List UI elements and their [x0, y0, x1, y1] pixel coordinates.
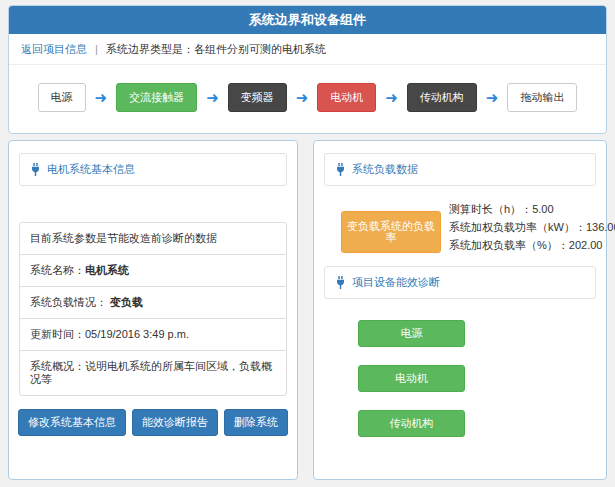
system-note: 目前系统参数是节能改造前诊断的数据 [30, 232, 217, 244]
list-item: 目前系统参数是节能改造前诊断的数据 [20, 223, 286, 254]
basic-info-actions: 修改系统基本信息 能效诊断报告 删除系统 [9, 409, 297, 436]
update-time-label: 更新时间： [30, 328, 85, 340]
arrow-right-icon: ➜ [95, 90, 108, 105]
delete-system-button[interactable]: 删除系统 [224, 409, 288, 436]
flow-step-ac-contactor[interactable]: 交流接触器 [116, 83, 197, 112]
flow-step-inverter[interactable]: 变频器 [228, 83, 287, 112]
stat-duration-value: 5.00 [532, 203, 553, 215]
system-overview-label: 系统概况： [30, 360, 85, 372]
diagnosis-buttons: 电源 电动机 传动机构 [358, 320, 579, 437]
list-item: 系统概况：说明电机系统的所属车间区域，负载概况等 [20, 350, 286, 395]
basic-info-panel: 电机系统基本信息 目前系统参数是节能改造前诊断的数据 系统名称：电机系统 系统负… [8, 140, 298, 480]
system-name-label: 系统名称： [30, 264, 85, 276]
separator: | [95, 43, 98, 55]
system-name-value: 电机系统 [85, 264, 129, 276]
list-item: 更新时间：05/19/2016 3:49 p.m. [20, 318, 286, 350]
load-rate-section: 变负载系统的负载率 测算时长（h）：5.00 系统加权负载功率（kW）：136.… [341, 200, 594, 254]
page-title: 系统边界和设备组件 [9, 6, 606, 34]
flow-step-power-source[interactable]: 电源 [38, 83, 86, 112]
diagnose-motor-button[interactable]: 电动机 [358, 365, 465, 392]
stat-weighted-rate-value: 202.00 [569, 239, 603, 251]
load-stats: 测算时长（h）：5.00 系统加权负载功率（kW）：136.00 系统加权负载率… [449, 200, 615, 254]
load-condition-label: 系统负载情况： [30, 296, 110, 308]
stat-duration: 测算时长（h）：5.00 [449, 200, 615, 218]
plug-icon [30, 163, 41, 176]
basic-info-list: 目前系统参数是节能改造前诊断的数据 系统名称：电机系统 系统负载情况： 变负载 … [19, 222, 287, 396]
load-data-title: 系统负载数据 [352, 162, 418, 177]
flow-step-motor[interactable]: 电动机 [317, 83, 376, 112]
basic-info-title: 电机系统基本信息 [47, 162, 135, 177]
load-condition-value: 变负载 [110, 296, 143, 308]
plug-icon [335, 163, 346, 176]
stat-weighted-power-label: 系统加权负载功率（kW）： [449, 221, 586, 233]
basic-info-header: 电机系统基本信息 [19, 153, 287, 186]
stat-weighted-power: 系统加权负载功率（kW）：136.00 [449, 218, 615, 236]
breadcrumb-row: 返回项目信息 | 系统边界类型是：各组件分别可测的电机系统 [9, 34, 606, 65]
flow-step-transmission[interactable]: 传动机构 [407, 83, 477, 112]
stat-weighted-rate-label: 系统加权负载率（%）： [449, 239, 569, 251]
system-flow-diagram: 电源 ➜ 交流接触器 ➜ 变频器 ➜ 电动机 ➜ 传动机构 ➜ 拖动输出 [9, 65, 606, 133]
variable-load-rate-button[interactable]: 变负载系统的负载率 [341, 211, 441, 253]
arrow-right-icon: ➜ [296, 90, 309, 105]
load-data-panel: 系统负载数据 变负载系统的负载率 测算时长（h）：5.00 系统加权负载功率（k… [313, 140, 607, 480]
list-item: 系统负载情况： 变负载 [20, 286, 286, 318]
load-data-header: 系统负载数据 [324, 153, 596, 186]
edit-basic-info-button[interactable]: 修改系统基本信息 [18, 409, 126, 436]
header-card: 系统边界和设备组件 返回项目信息 | 系统边界类型是：各组件分别可测的电机系统 … [8, 5, 607, 134]
efficiency-report-button[interactable]: 能效诊断报告 [132, 409, 218, 436]
back-to-project-link[interactable]: 返回项目信息 [21, 43, 87, 55]
stat-weighted-rate: 系统加权负载率（%）：202.00 [449, 236, 615, 254]
flow-step-drive-output[interactable]: 拖动输出 [507, 83, 577, 112]
arrow-right-icon: ➜ [206, 90, 219, 105]
arrow-right-icon: ➜ [486, 90, 499, 105]
diagnosis-header: 项目设备能效诊断 [324, 266, 596, 299]
plug-icon [335, 276, 346, 289]
diagnosis-title: 项目设备能效诊断 [352, 275, 440, 290]
arrow-right-icon: ➜ [385, 90, 398, 105]
stat-weighted-power-value: 136.00 [586, 221, 615, 233]
diagnose-transmission-button[interactable]: 传动机构 [358, 410, 465, 437]
list-item: 系统名称：电机系统 [20, 254, 286, 286]
update-time-value: 05/19/2016 3:49 p.m. [85, 328, 189, 340]
boundary-type-text: 系统边界类型是：各组件分别可测的电机系统 [106, 43, 326, 55]
stat-duration-label: 测算时长（h）： [449, 203, 532, 215]
diagnose-power-button[interactable]: 电源 [358, 320, 465, 347]
